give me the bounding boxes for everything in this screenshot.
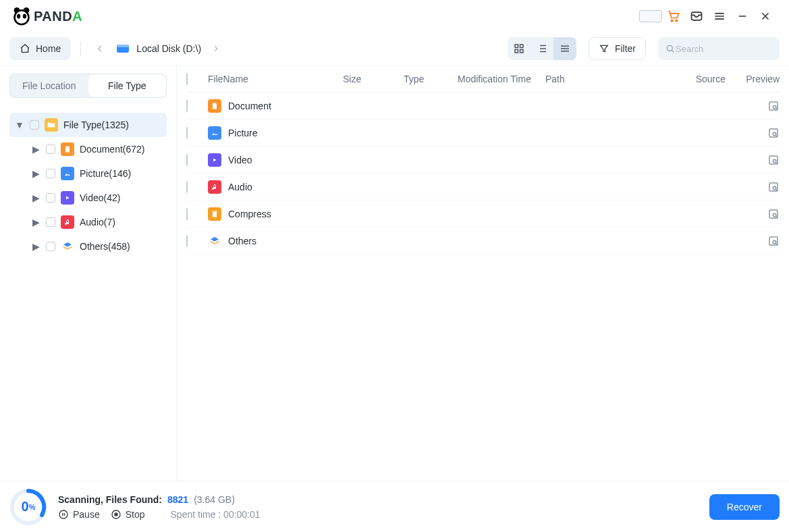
back-button[interactable]	[90, 37, 109, 60]
svg-point-14	[667, 45, 672, 51]
table-row[interactable]: Video	[186, 147, 780, 174]
col-size[interactable]: Size	[343, 74, 404, 84]
sidebar: File Location File Type ▼ File Type(1325…	[0, 65, 177, 481]
table-row[interactable]: Audio	[186, 174, 780, 201]
home-button[interactable]: Home	[9, 37, 71, 60]
checkbox[interactable]	[46, 242, 55, 251]
checkbox[interactable]	[186, 127, 188, 139]
checkbox[interactable]	[46, 217, 55, 227]
checkbox[interactable]	[46, 193, 55, 203]
account-badge[interactable]	[639, 6, 662, 26]
preview-icon[interactable]	[767, 181, 780, 193]
svg-rect-9	[117, 45, 129, 47]
preview-icon[interactable]	[767, 100, 780, 112]
svg-rect-12	[515, 50, 518, 53]
stop-icon	[111, 509, 121, 520]
close-button[interactable]	[754, 6, 777, 26]
col-preview[interactable]: Preview	[726, 74, 780, 84]
others-icon	[61, 240, 74, 253]
row-name: Video	[228, 155, 252, 165]
checkbox[interactable]	[46, 144, 55, 154]
tree-item-picture[interactable]: ▶ Picture(146)	[26, 161, 167, 186]
preview-icon[interactable]	[767, 235, 780, 247]
checkbox[interactable]	[186, 100, 188, 112]
search-input[interactable]	[676, 44, 789, 54]
tree-root[interactable]: ▼ File Type(1325)	[9, 113, 167, 137]
minimize-button[interactable]	[731, 6, 754, 26]
preview-icon[interactable]	[767, 127, 780, 139]
tree-item-video[interactable]: ▶ Video(42)	[26, 186, 167, 210]
chevron-right-icon[interactable]: ▶	[31, 241, 40, 252]
progress-unit: %	[29, 503, 36, 511]
view-grid-button[interactable]	[508, 37, 530, 60]
svg-rect-11	[520, 45, 523, 48]
preview-icon[interactable]	[767, 154, 780, 166]
chevron-right-icon	[207, 37, 225, 60]
home-icon	[20, 43, 30, 54]
app-brand: PANDA	[34, 9, 82, 24]
row-name: Others	[228, 236, 256, 246]
stop-button[interactable]: Stop	[111, 509, 145, 520]
checkbox[interactable]	[186, 181, 188, 193]
svg-rect-13	[520, 50, 523, 53]
svg-point-6	[676, 20, 678, 21]
filter-icon	[599, 43, 609, 54]
table-row[interactable]: Document	[186, 92, 780, 119]
others-icon	[208, 234, 221, 248]
menu-icon[interactable]	[708, 6, 731, 26]
tree-item-label: Document(672)	[80, 144, 145, 155]
pause-button[interactable]: Pause	[58, 509, 100, 520]
chevron-right-icon[interactable]: ▶	[31, 217, 40, 228]
table-header: FileName Size Type Modification Time Pat…	[186, 65, 780, 92]
svg-point-26	[773, 240, 776, 244]
checkbox-all[interactable]	[186, 73, 188, 85]
svg-point-22	[773, 186, 776, 190]
search-field[interactable]	[658, 37, 780, 60]
folder-icon	[45, 118, 58, 132]
checkbox[interactable]	[186, 208, 188, 220]
tree-item-label: Audio(7)	[80, 217, 115, 228]
view-list-button[interactable]	[553, 37, 576, 60]
picture-icon	[61, 167, 74, 180]
col-mtime[interactable]: Modification Time	[458, 74, 545, 84]
sidebar-tabs: File Location File Type	[9, 74, 167, 98]
breadcrumb-disk[interactable]: Local Disk (D:\)	[136, 43, 201, 54]
chevron-down-icon[interactable]: ▼	[15, 119, 24, 130]
tree-root-label: File Type(1325)	[63, 119, 129, 130]
checkbox[interactable]	[30, 120, 39, 130]
separator	[80, 41, 81, 56]
tree-item-audio[interactable]: ▶ Audio(7)	[26, 210, 167, 234]
recover-button[interactable]: Recover	[709, 494, 780, 520]
tab-file-location[interactable]: File Location	[10, 74, 88, 97]
col-source[interactable]: Source	[672, 74, 726, 84]
table-row[interactable]: Compress	[186, 201, 780, 228]
disk-icon	[115, 41, 131, 57]
found-count: 8821	[167, 494, 188, 505]
chevron-right-icon[interactable]: ▶	[31, 192, 40, 203]
tab-file-type[interactable]: File Type	[88, 74, 167, 97]
checkbox[interactable]	[186, 154, 188, 166]
checkbox[interactable]	[186, 235, 188, 247]
cart-icon[interactable]	[662, 6, 685, 26]
chevron-right-icon[interactable]: ▶	[31, 144, 40, 155]
inbox-icon[interactable]	[685, 6, 708, 26]
col-filename[interactable]: FileName	[208, 74, 343, 84]
status-block: Scanning, Files Found: 8821 (3.64 GB) Pa…	[58, 494, 261, 520]
preview-icon[interactable]	[767, 208, 780, 220]
view-detail-button[interactable]	[530, 37, 553, 60]
col-path[interactable]: Path	[545, 74, 672, 84]
tree-item-others[interactable]: ▶ Others(458)	[26, 234, 167, 259]
view-mode-group	[508, 37, 576, 60]
checkbox[interactable]	[46, 169, 55, 178]
chevron-right-icon[interactable]: ▶	[31, 168, 40, 179]
filter-button[interactable]: Filter	[589, 37, 646, 60]
audio-icon	[61, 215, 74, 229]
tree-item-document[interactable]: ▶ Document(672)	[26, 137, 167, 161]
compress-icon	[208, 207, 221, 221]
col-type[interactable]: Type	[404, 74, 458, 84]
tree-item-label: Others(458)	[80, 241, 130, 252]
table-row[interactable]: Others	[186, 228, 780, 255]
document-icon	[61, 142, 74, 156]
svg-point-2	[15, 10, 29, 24]
table-row[interactable]: Picture	[186, 119, 780, 147]
